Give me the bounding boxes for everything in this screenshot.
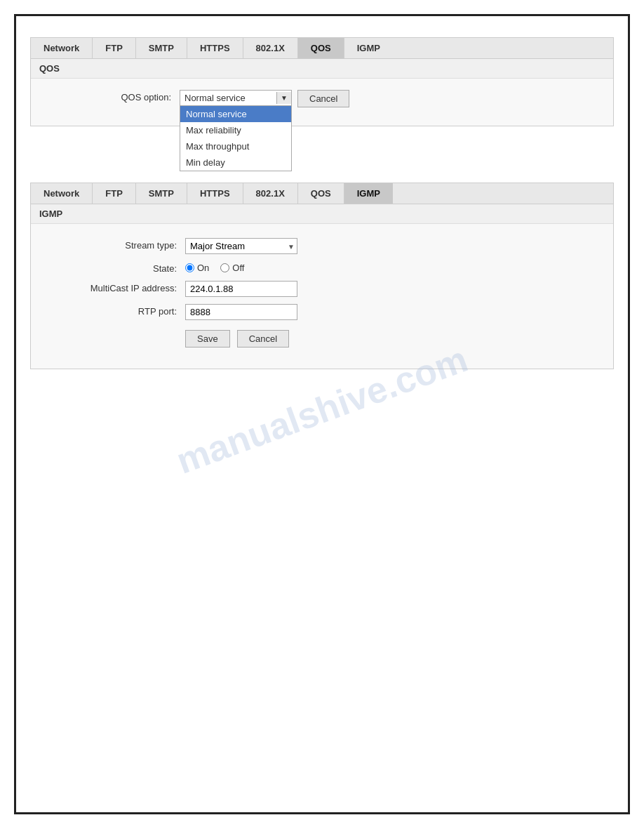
state-off-label[interactable]: Off	[220, 263, 244, 273]
multicast-input[interactable]	[185, 281, 297, 297]
rtp-control	[185, 304, 297, 320]
state-off-radio[interactable]	[220, 263, 229, 272]
igmp-form-area: Stream type: Major Stream Sub Stream ▼	[31, 224, 613, 369]
igmp-panel: Network FTP SMTP HTTPS 802.1X QOS IGMP I…	[30, 183, 614, 369]
qos-option-row: QOS option: Normal service ▼ Normal serv…	[39, 90, 605, 107]
igmp-tab-ftp[interactable]: FTP	[93, 183, 136, 204]
qos-tab-smtp[interactable]: SMTP	[136, 38, 187, 58]
stream-type-label: Stream type:	[45, 238, 185, 251]
stream-type-dropdown-wrapper: Major Stream Sub Stream ▼	[185, 238, 297, 254]
igmp-tab-https[interactable]: HTTPS	[187, 183, 243, 204]
igmp-tab-qos[interactable]: QOS	[298, 183, 344, 204]
qos-option-delay[interactable]: Min delay	[180, 154, 291, 171]
qos-tab-qos[interactable]: QOS	[298, 38, 344, 58]
stream-type-control: Major Stream Sub Stream ▼	[185, 238, 297, 254]
qos-option-controls: Normal service ▼ Normal service Max reli…	[180, 90, 349, 107]
igmp-tab-nav: Network FTP SMTP HTTPS 802.1X QOS IGMP	[31, 183, 613, 204]
panels-container: Network FTP SMTP HTTPS 802.1X QOS IGMP Q…	[30, 37, 614, 397]
qos-tab-network[interactable]: Network	[31, 38, 93, 58]
state-control: On Off	[185, 261, 244, 273]
state-on-text: On	[197, 263, 209, 273]
qos-dropdown-input-row[interactable]: Normal service ▼	[180, 90, 292, 106]
rtp-row: RTP port:	[45, 304, 599, 320]
igmp-btn-row: Save Cancel	[45, 327, 599, 348]
igmp-tab-igmp[interactable]: IGMP	[344, 183, 393, 204]
igmp-tab-network[interactable]: Network	[31, 183, 93, 204]
state-row: State: On Off	[45, 261, 599, 274]
qos-tab-8021x[interactable]: 802.1X	[243, 38, 298, 58]
state-on-radio[interactable]	[185, 263, 194, 272]
outer-border: manualshive.com Network FTP SMTP HTTPS 8…	[14, 14, 630, 814]
state-on-label[interactable]: On	[185, 263, 209, 273]
qos-option-normal[interactable]: Normal service	[180, 106, 291, 122]
igmp-save-button[interactable]: Save	[185, 330, 230, 348]
igmp-tab-smtp[interactable]: SMTP	[136, 183, 187, 204]
igmp-section-header: IGMP	[31, 204, 613, 224]
qos-option-throughput[interactable]: Max throughput	[180, 138, 291, 154]
multicast-control	[185, 281, 297, 297]
qos-section-header: QOS	[31, 59, 613, 79]
qos-option-reliability[interactable]: Max reliability	[180, 122, 291, 138]
qos-cancel-button[interactable]: Cancel	[297, 90, 349, 107]
igmp-btn-spacer	[45, 327, 185, 329]
qos-tab-nav: Network FTP SMTP HTTPS 802.1X QOS IGMP	[31, 38, 613, 59]
state-radio-group: On Off	[185, 261, 244, 273]
qos-dropdown-container: Normal service ▼ Normal service Max reli…	[180, 90, 292, 106]
state-off-text: Off	[232, 263, 244, 273]
stream-type-select[interactable]: Major Stream Sub Stream	[185, 238, 297, 254]
qos-option-label: QOS option:	[39, 90, 180, 102]
qos-tab-ftp[interactable]: FTP	[93, 38, 136, 58]
igmp-tab-8021x[interactable]: 802.1X	[243, 183, 298, 204]
qos-tab-igmp[interactable]: IGMP	[344, 38, 393, 58]
qos-dropdown-arrow-btn[interactable]: ▼	[276, 92, 291, 104]
qos-dropdown-list: Normal service Max reliability Max throu…	[180, 106, 292, 171]
qos-panel: Network FTP SMTP HTTPS 802.1X QOS IGMP Q…	[30, 37, 614, 126]
qos-form-area: QOS option: Normal service ▼ Normal serv…	[31, 79, 613, 126]
multicast-label: MultiCast IP address:	[45, 281, 185, 293]
state-label: State:	[45, 261, 185, 274]
stream-type-row: Stream type: Major Stream Sub Stream ▼	[45, 238, 599, 254]
qos-dropdown-display: Normal service	[180, 91, 276, 105]
igmp-buttons: Save Cancel	[185, 330, 289, 348]
rtp-input[interactable]	[185, 304, 297, 320]
rtp-label: RTP port:	[45, 304, 185, 317]
igmp-cancel-button[interactable]: Cancel	[237, 330, 289, 348]
qos-tab-https[interactable]: HTTPS	[187, 38, 243, 58]
multicast-row: MultiCast IP address:	[45, 281, 599, 297]
